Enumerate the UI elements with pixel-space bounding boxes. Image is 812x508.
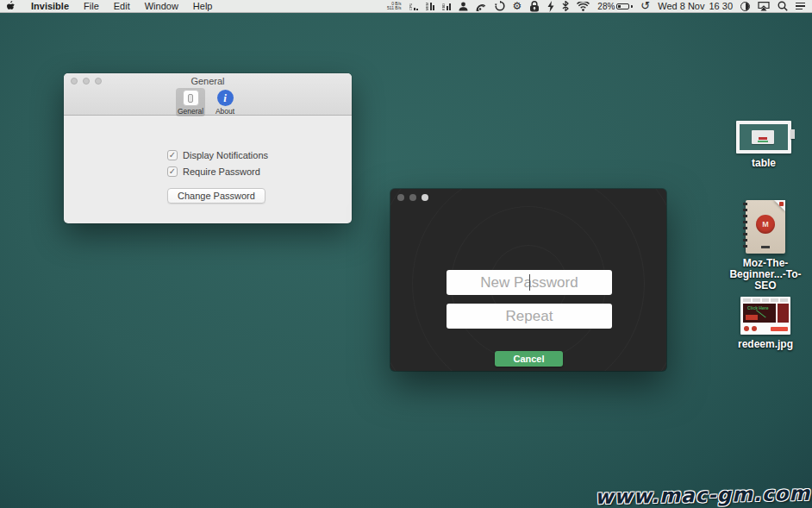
info-icon: i xyxy=(217,90,234,106)
clock-indicator[interactable]: Wed 8 Nov 16 30 xyxy=(658,1,733,11)
menu-help[interactable]: Help xyxy=(193,1,213,11)
net-down-label: 511 B/s xyxy=(387,6,402,10)
general-titlebar[interactable]: General General i About xyxy=(64,73,352,116)
battery-indicator[interactable]: 28% xyxy=(597,2,633,11)
time-machine-icon[interactable]: ↺ xyxy=(640,1,650,11)
general-content: Display Notifications Require Password C… xyxy=(64,116,352,204)
moon-icon[interactable] xyxy=(740,2,750,11)
network-speed-indicator[interactable]: 0 B/s 511 B/s xyxy=(387,2,402,10)
mem-meter[interactable]: MEM xyxy=(426,2,434,10)
signal-fan-icon[interactable] xyxy=(476,1,487,11)
toolbar-tabs: General i About xyxy=(64,88,352,116)
icon-label: table xyxy=(752,158,776,169)
battery-percent-label: 28% xyxy=(597,2,615,11)
apple-menu-icon[interactable] xyxy=(7,1,16,12)
desktop-icon-table[interactable]: table xyxy=(721,121,807,169)
menu-window[interactable]: Window xyxy=(145,1,178,11)
display-notifications-row: Display Notifications xyxy=(167,150,352,160)
require-password-row: Require Password xyxy=(167,166,352,177)
notification-center-icon[interactable] xyxy=(796,3,805,10)
change-password-button[interactable]: Change Password xyxy=(167,188,265,204)
wifi-icon[interactable] xyxy=(577,2,590,11)
repeat-password-input[interactable] xyxy=(447,304,612,329)
window-title: General xyxy=(64,73,352,86)
moz-logo: M xyxy=(756,215,775,234)
moz-pdf-thumbnail: M xyxy=(746,200,785,254)
table-thumbnail xyxy=(736,121,791,154)
sync-icon[interactable] xyxy=(495,1,505,11)
bluetooth-icon[interactable] xyxy=(562,1,569,11)
traffic-lights xyxy=(71,78,102,85)
cpu-meter[interactable]: CPU xyxy=(409,2,418,10)
redeem-thumbnail: Click Here xyxy=(740,297,790,335)
require-password-label: Require Password xyxy=(183,166,260,177)
close-button[interactable] xyxy=(71,78,78,85)
app-menu-invisible[interactable]: Invisible xyxy=(31,1,69,11)
minimize-button[interactable] xyxy=(83,78,90,85)
watermark-text: www.mac-gm.com xyxy=(595,482,811,508)
display-notifications-label: Display Notifications xyxy=(183,150,268,160)
password-dialog-window: Cancel xyxy=(390,189,666,371)
menu-edit[interactable]: Edit xyxy=(114,1,130,11)
text-caret xyxy=(529,274,530,291)
general-tab-icon xyxy=(183,90,199,106)
time-label: 16 30 xyxy=(709,1,733,11)
battery-icon xyxy=(616,3,629,9)
new-password-field-wrap xyxy=(447,270,612,295)
cancel-button[interactable]: Cancel xyxy=(495,351,563,367)
bolt-icon[interactable] xyxy=(547,1,554,12)
tab-general[interactable]: General xyxy=(176,88,205,116)
airplay-icon[interactable] xyxy=(758,2,770,11)
user-icon[interactable] xyxy=(459,2,468,11)
require-password-checkbox[interactable] xyxy=(167,166,178,177)
icon-label: Moz-The- Beginner...-To-SEO xyxy=(722,258,809,292)
icon-label: redeem.jpg xyxy=(738,339,793,350)
menu-bar: Invisible File Edit Window Help 0 B/s 51… xyxy=(0,0,812,13)
lock-icon[interactable] xyxy=(529,1,540,12)
tab-about[interactable]: i About xyxy=(210,88,240,116)
desktop-icon-moz-pdf[interactable]: M Moz-The- Beginner...-To-SEO xyxy=(722,200,809,292)
date-label: Wed 8 Nov xyxy=(658,1,704,11)
disk-meter[interactable]: KBD xyxy=(442,2,451,10)
gear-icon[interactable]: ⚙ xyxy=(513,1,522,11)
search-icon[interactable] xyxy=(778,1,788,11)
display-notifications-checkbox[interactable] xyxy=(167,150,178,160)
menu-file[interactable]: File xyxy=(84,1,99,11)
desktop-icon-redeem[interactable]: Click Here redeem.jpg xyxy=(722,297,809,350)
repeat-password-field-wrap xyxy=(447,304,612,329)
general-preferences-window: General General i About Display Notifica… xyxy=(64,73,352,223)
zoom-button[interactable] xyxy=(95,78,102,85)
